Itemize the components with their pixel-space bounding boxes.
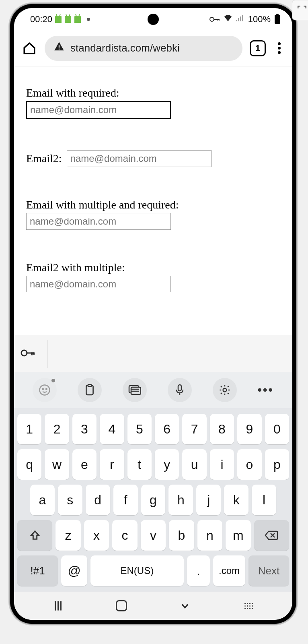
password-key-icon[interactable] [21,349,35,359]
key-v[interactable]: v [141,520,166,551]
notification-icon [55,16,62,23]
home-button[interactable] [21,40,37,56]
phone-screen: 00:20 100% sta [14,8,292,620]
key-s[interactable]: s [58,485,82,515]
svg-rect-13 [33,352,35,355]
key-2[interactable]: 2 [45,414,69,444]
recents-button[interactable] [46,598,70,614]
form-field-email-multiple-required: Email with multiple and required: [26,198,280,230]
key-h[interactable]: h [168,485,193,515]
shift-key[interactable] [17,520,52,551]
key-o[interactable]: o [237,449,261,480]
key-n[interactable]: n [197,520,222,551]
keyboard-toggle-button[interactable] [236,598,261,614]
back-button[interactable] [173,598,197,614]
key-9[interactable]: 9 [237,414,261,444]
key-z[interactable]: z [55,520,80,551]
email-required-input[interactable] [26,101,171,119]
key-j[interactable]: j [196,485,221,515]
svg-point-0 [210,17,214,21]
svg-rect-3 [219,19,220,21]
notification-more-icon [87,18,90,21]
svg-rect-12 [31,352,33,355]
field-label: Email2 with multiple: [26,261,280,274]
next-key[interactable]: Next [248,555,289,586]
tabs-button[interactable]: 1 [250,40,266,56]
camera-notch [148,14,159,25]
key-7[interactable]: 7 [182,414,206,444]
svg-rect-5 [238,18,239,21]
svg-rect-9 [59,49,60,50]
key-m[interactable]: m [226,520,251,551]
keyboard-mode-button[interactable] [123,378,147,402]
key-k[interactable]: k [224,485,248,515]
key-6[interactable]: 6 [155,414,179,444]
key-q[interactable]: q [17,449,41,480]
dotcom-key[interactable]: .com [213,555,245,586]
symbols-key[interactable]: !#1 [17,555,58,586]
status-right: 100% [209,14,280,25]
key-t[interactable]: t [127,449,152,480]
phone-frame: 00:20 100% sta [10,4,296,624]
email2-input[interactable] [67,150,211,167]
autofill-bar [14,335,292,372]
overflow-menu-button[interactable] [273,40,285,56]
clipboard-button[interactable] [78,378,102,402]
key-b[interactable]: b [169,520,194,551]
signal-icon [236,14,245,25]
keyboard-row-qwerty: q w e r t y u i o p [17,449,289,480]
svg-rect-8 [59,45,60,48]
key-e[interactable]: e [72,449,97,480]
key-w[interactable]: w [45,449,69,480]
notification-icon [65,16,71,23]
key-p[interactable]: p [265,449,289,480]
key-i[interactable]: i [210,449,234,480]
key-1[interactable]: 1 [17,414,41,444]
crop-indicator [292,0,308,20]
space-key[interactable]: EN(US) [90,555,183,586]
emoji-button[interactable] [33,378,57,402]
keyboard-row-bottom: !#1 @ EN(US) . .com Next [17,555,289,586]
url-bar[interactable]: standardista.com/webki [45,36,242,61]
email-multiple-required-input[interactable] [26,213,171,230]
key-r[interactable]: r [100,449,124,480]
battery-percent: 100% [248,14,271,25]
svg-point-16 [46,388,47,390]
key-y[interactable]: y [155,449,179,480]
svg-rect-2 [218,19,218,21]
divider [47,340,47,368]
email2-multiple-input[interactable] [26,276,171,292]
svg-point-25 [223,388,226,392]
keyboard-row-numbers: 1 2 3 4 5 6 7 8 9 0 [17,414,289,444]
svg-rect-11 [27,352,34,353]
at-key[interactable]: @ [61,555,87,586]
key-8[interactable]: 8 [210,414,234,444]
key-f[interactable]: f [113,485,138,515]
key-g[interactable]: g [141,485,166,515]
key-0[interactable]: 0 [265,414,289,444]
key-u[interactable]: u [182,449,206,480]
form-field-email-required: Email with required: [26,87,280,119]
key-4[interactable]: 4 [100,414,124,444]
browser-toolbar: standardista.com/webki 1 [14,30,292,66]
keyboard-toolbar: ••• [14,372,292,408]
key-d[interactable]: d [86,485,110,515]
page-content[interactable]: Email with required: Email2: Email with … [14,66,292,335]
period-key[interactable]: . [187,555,210,586]
key-l[interactable]: l [252,485,276,515]
key-a[interactable]: a [30,485,55,515]
status-time: 00:20 [30,14,52,25]
keyboard-settings-button[interactable] [213,378,237,402]
voice-input-button[interactable] [168,378,192,402]
key-x[interactable]: x [84,520,109,551]
backspace-key[interactable] [254,520,289,551]
keyboard-more-button[interactable]: ••• [257,383,274,397]
key-5[interactable]: 5 [127,414,152,444]
svg-rect-7 [242,15,243,21]
home-nav-button[interactable] [109,598,133,614]
form-field-email2-multiple: Email2 with multiple: [26,261,280,292]
vpn-key-icon [209,14,220,25]
key-c[interactable]: c [112,520,137,551]
key-3[interactable]: 3 [72,414,97,444]
field-label: Email with multiple and required: [26,198,280,211]
